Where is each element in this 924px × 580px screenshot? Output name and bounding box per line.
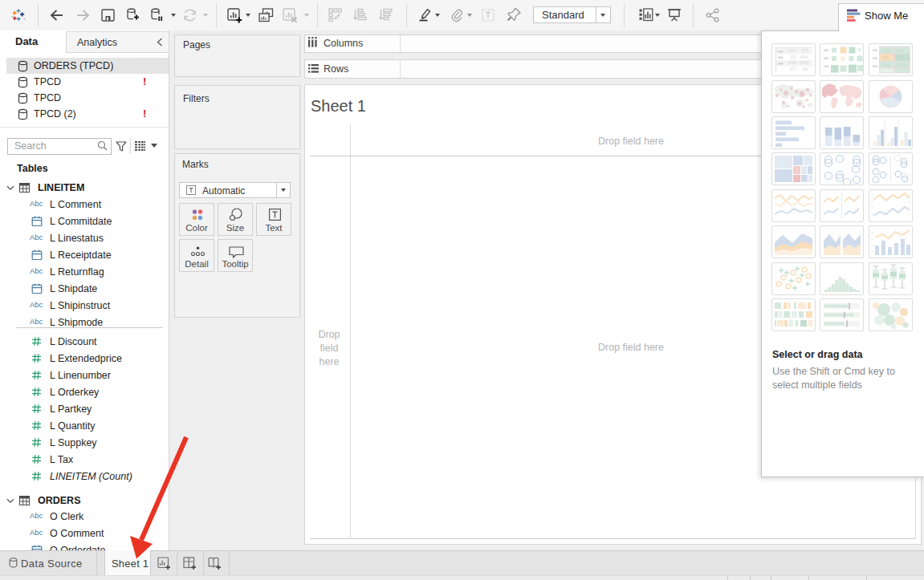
svg-text:2859: 2859 (800, 60, 808, 65)
svg-text:573: 573 (802, 48, 809, 53)
svg-text:10590: 10590 (896, 63, 907, 67)
svg-text:987: 987 (897, 55, 904, 60)
svg-text:765: 765 (881, 55, 889, 60)
svg-text:2503: 2503 (881, 63, 890, 67)
svg-text:2520: 2520 (788, 60, 796, 65)
svg-text:153: 153 (790, 55, 797, 59)
svg-text:3004: 3004 (800, 55, 808, 59)
svg-text:302: 302 (802, 67, 809, 71)
svg-text:1234: 1234 (881, 48, 890, 53)
svg-text:543: 543 (897, 48, 904, 53)
svg-text:1234: 1234 (788, 48, 796, 53)
svg-text:571: 571 (790, 67, 797, 71)
